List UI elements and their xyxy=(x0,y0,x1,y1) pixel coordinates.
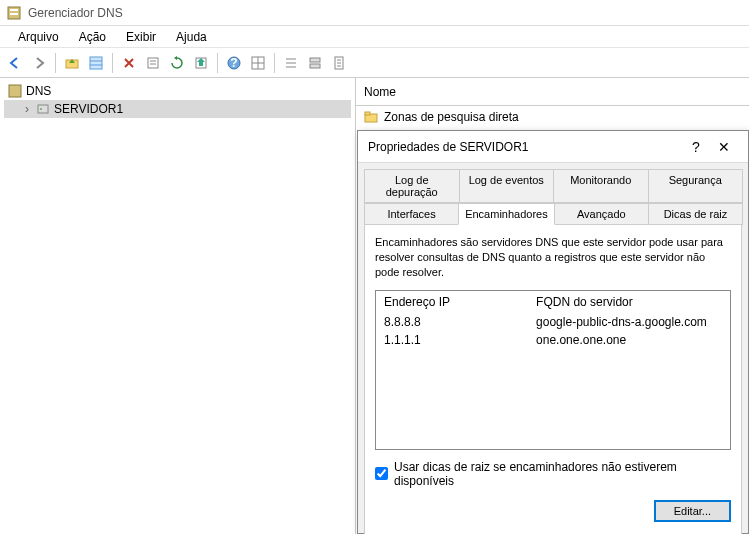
list-header: Endereço IP FQDN do servidor xyxy=(376,291,730,313)
tab-forwarders[interactable]: Encaminhadores xyxy=(458,203,555,225)
tab-advanced[interactable]: Avançado xyxy=(554,203,649,225)
titlebar: Gerenciador DNS xyxy=(0,0,749,26)
menu-arquivo[interactable]: Arquivo xyxy=(8,28,69,46)
grid-icon[interactable] xyxy=(247,52,269,74)
close-icon[interactable]: ✕ xyxy=(710,139,738,155)
menu-ajuda[interactable]: Ajuda xyxy=(166,28,217,46)
svg-text:?: ? xyxy=(230,56,237,70)
svg-rect-26 xyxy=(38,105,48,113)
list-row[interactable]: 1.1.1.1 one.one.one.one xyxy=(376,331,730,349)
list-item[interactable]: Zonas de pesquisa direta xyxy=(356,106,749,128)
root-hints-checkbox[interactable] xyxy=(375,467,388,480)
svg-rect-7 xyxy=(148,58,158,68)
tree-root-label: DNS xyxy=(26,84,51,98)
tab-security[interactable]: Segurança xyxy=(648,169,744,203)
cell-fqdn: google-public-dns-a.google.com xyxy=(536,315,722,329)
help-icon[interactable]: ? xyxy=(223,52,245,74)
tab-content: Encaminhadores são servidores DNS que es… xyxy=(364,225,742,534)
separator xyxy=(274,53,275,73)
export-icon[interactable] xyxy=(190,52,212,74)
list-row[interactable]: 8.8.8.8 google-public-dns-a.google.com xyxy=(376,313,730,331)
up-folder-icon[interactable] xyxy=(61,52,83,74)
svg-rect-2 xyxy=(10,13,18,15)
tab-event-log[interactable]: Log de eventos xyxy=(459,169,555,203)
forward-icon[interactable] xyxy=(28,52,50,74)
column-header-nome[interactable]: Nome xyxy=(356,78,749,106)
dialog-help-button[interactable]: ? xyxy=(682,139,710,155)
edit-button[interactable]: Editar... xyxy=(654,500,731,522)
svg-rect-29 xyxy=(365,112,370,115)
cell-ip: 1.1.1.1 xyxy=(384,333,536,347)
column-header-label: Nome xyxy=(364,85,396,99)
back-icon[interactable] xyxy=(4,52,26,74)
server-node-icon xyxy=(36,102,50,116)
menu-exibir[interactable]: Exibir xyxy=(116,28,166,46)
root-hints-label: Usar dicas de raiz se encaminhadores não… xyxy=(394,460,731,488)
dialog-title: Propriedades de SERVIDOR1 xyxy=(368,140,682,154)
cell-ip: 8.8.8.8 xyxy=(384,315,536,329)
menu-acao[interactable]: Ação xyxy=(69,28,116,46)
svg-rect-4 xyxy=(90,57,102,69)
tree-server-label: SERVIDOR1 xyxy=(54,102,123,116)
server-icon[interactable] xyxy=(304,52,326,74)
tab-monitoring[interactable]: Monitorando xyxy=(553,169,649,203)
list-icon[interactable] xyxy=(280,52,302,74)
tab-root-hints[interactable]: Dicas de raiz xyxy=(648,203,743,225)
svg-rect-25 xyxy=(9,85,21,97)
refresh-icon[interactable] xyxy=(166,52,188,74)
col-fqdn: FQDN do servidor xyxy=(536,295,722,309)
app-icon xyxy=(6,5,22,21)
list-item-label: Zonas de pesquisa direta xyxy=(384,110,519,124)
folder-icon xyxy=(364,110,378,124)
window-title: Gerenciador DNS xyxy=(28,6,123,20)
delete-icon[interactable] xyxy=(118,52,140,74)
svg-point-27 xyxy=(40,108,42,110)
forwarders-description: Encaminhadores são servidores DNS que es… xyxy=(375,235,731,280)
forwarders-listbox[interactable]: Endereço IP FQDN do servidor 8.8.8.8 goo… xyxy=(375,290,731,450)
tab-debug-log[interactable]: Log de depuração xyxy=(364,169,460,203)
tree-root[interactable]: DNS xyxy=(4,82,351,100)
tree-server[interactable]: › SERVIDOR1 xyxy=(4,100,351,118)
cell-fqdn: one.one.one.one xyxy=(536,333,722,347)
dns-icon xyxy=(8,84,22,98)
svg-rect-20 xyxy=(310,64,320,68)
properties-dialog: Propriedades de SERVIDOR1 ? ✕ Log de dep… xyxy=(357,130,749,534)
svg-rect-19 xyxy=(310,58,320,62)
separator xyxy=(217,53,218,73)
details-icon[interactable] xyxy=(85,52,107,74)
dialog-titlebar: Propriedades de SERVIDOR1 ? ✕ xyxy=(358,131,748,163)
tab-row-bottom: Interfaces Encaminhadores Avançado Dicas… xyxy=(364,203,742,225)
menubar: Arquivo Ação Exibir Ajuda xyxy=(0,26,749,48)
properties-icon[interactable] xyxy=(142,52,164,74)
toolbar: ? xyxy=(0,48,749,78)
tab-row-top: Log de depuração Log de eventos Monitora… xyxy=(364,169,742,203)
col-ip: Endereço IP xyxy=(384,295,536,309)
expand-icon[interactable]: › xyxy=(22,102,32,116)
separator xyxy=(55,53,56,73)
tree-pane: DNS › SERVIDOR1 xyxy=(0,78,356,534)
tab-interfaces[interactable]: Interfaces xyxy=(364,203,459,225)
page-icon[interactable] xyxy=(328,52,350,74)
root-hints-checkbox-row: Usar dicas de raiz se encaminhadores não… xyxy=(375,460,731,488)
svg-rect-1 xyxy=(10,9,18,11)
separator xyxy=(112,53,113,73)
